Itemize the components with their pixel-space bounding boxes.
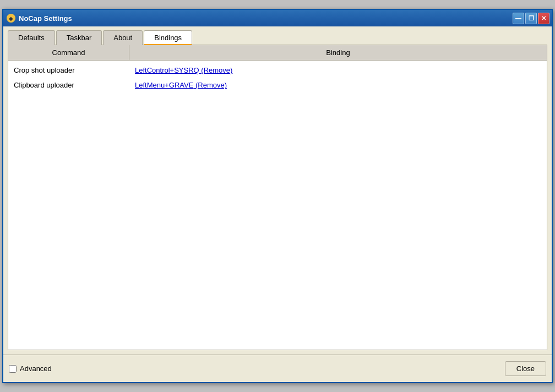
table-body: Crop shot uploader LeftControl+SYSRQ (Re…: [8, 61, 547, 350]
minimize-button[interactable]: —: [513, 13, 524, 24]
tab-defaults[interactable]: Defaults: [8, 30, 55, 45]
bottom-bar: Advanced Close: [3, 355, 552, 382]
title-bar-left: ◆ NoCap Settings: [7, 14, 72, 23]
table-header: Command Binding: [8, 45, 547, 61]
advanced-label: Advanced: [20, 364, 52, 373]
app-icon: ◆: [7, 14, 15, 23]
close-title-button[interactable]: ✕: [538, 13, 549, 24]
binding-crop-shot: LeftControl+SYSRQ (Remove): [135, 66, 232, 74]
tab-about[interactable]: About: [103, 30, 143, 45]
close-button[interactable]: Close: [505, 361, 546, 376]
header-command: Command: [8, 45, 129, 60]
title-buttons: — ❐ ✕: [513, 13, 549, 24]
command-clipboard: Clipboard uploader: [14, 81, 135, 89]
advanced-checkbox-label[interactable]: Advanced: [9, 364, 52, 373]
title-bar: ◆ NoCap Settings — ❐ ✕: [3, 10, 552, 26]
maximize-button[interactable]: ❐: [525, 13, 537, 24]
table-row: Crop shot uploader LeftControl+SYSRQ (Re…: [8, 63, 547, 78]
tab-bindings[interactable]: Bindings: [144, 30, 192, 45]
advanced-checkbox[interactable]: [9, 365, 17, 373]
window-title: NoCap Settings: [19, 14, 72, 23]
tabs-bar: Defaults Taskbar About Bindings: [3, 26, 552, 45]
binding-link-crop-shot[interactable]: LeftControl+SYSRQ (Remove): [135, 66, 232, 74]
binding-clipboard: LeftMenu+GRAVE (Remove): [135, 81, 227, 89]
table-row: Clipboard uploader LeftMenu+GRAVE (Remov…: [8, 78, 547, 92]
bindings-table: Command Binding Crop shot uploader LeftC…: [8, 45, 547, 350]
command-crop-shot: Crop shot uploader: [14, 66, 135, 74]
content-area: Command Binding Crop shot uploader LeftC…: [3, 45, 552, 355]
header-binding: Binding: [129, 45, 547, 60]
main-window: ◆ NoCap Settings — ❐ ✕ Defaults Taskbar …: [2, 9, 553, 383]
binding-link-clipboard[interactable]: LeftMenu+GRAVE (Remove): [135, 81, 227, 89]
tab-taskbar[interactable]: Taskbar: [56, 30, 102, 45]
